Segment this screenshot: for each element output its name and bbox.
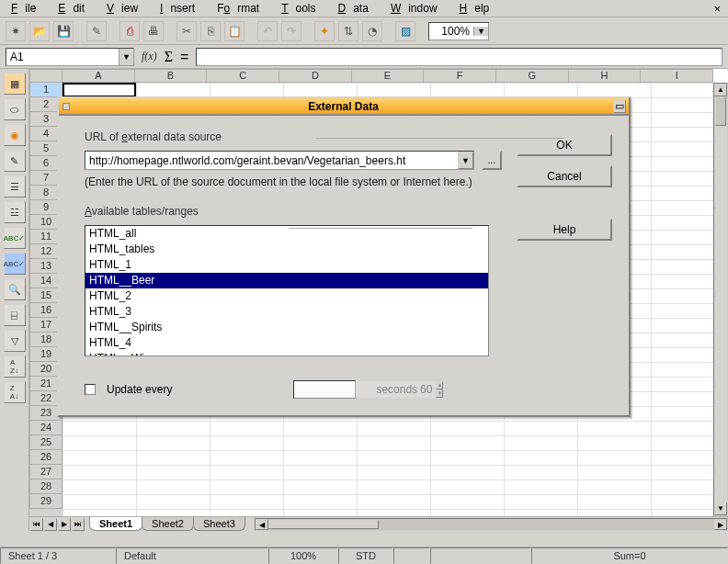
list-item[interactable]: HTML_2 [85, 288, 488, 304]
row-header-24[interactable]: 24 [29, 421, 63, 435]
list-item[interactable]: HTML__Wine [85, 351, 488, 356]
spellcheck-on-icon[interactable]: ABC✓ [4, 227, 26, 249]
menu-help[interactable]: Help [452, 0, 505, 17]
scroll-down-icon[interactable]: ▼ [714, 502, 727, 515]
minimize-icon[interactable]: ▭ [613, 100, 626, 113]
scroll-left-icon[interactable]: ◀ [256, 519, 268, 530]
sum-icon[interactable]: Σ [165, 49, 173, 65]
image-icon[interactable]: ▨ [395, 21, 415, 41]
url-dropdown-icon[interactable]: ▼ [458, 152, 473, 169]
list-item[interactable]: HTML_1 [85, 257, 488, 273]
url-input[interactable] [85, 152, 458, 169]
autofilter-icon[interactable]: ▽ [4, 330, 26, 352]
menu-insert[interactable]: Insert [153, 0, 210, 17]
col-header-D[interactable]: D [279, 69, 352, 83]
status-sum[interactable]: Sum=0 [531, 547, 728, 564]
zoom-combo[interactable]: 100%▼ [428, 22, 489, 40]
menu-data[interactable]: Data [331, 0, 383, 17]
list-item[interactable]: HTML__Spirits [85, 320, 488, 335]
tab-last-icon[interactable]: ⏭ [72, 518, 85, 531]
list-item[interactable]: HTML_3 [85, 304, 488, 320]
list-item[interactable]: HTML_tables [85, 242, 488, 257]
datasource-icon[interactable]: ⌸ [4, 304, 26, 326]
draw-icon[interactable]: ✎ [4, 150, 26, 172]
fx-icon[interactable]: f(x) [142, 50, 157, 63]
menu-view[interactable]: View [99, 0, 153, 17]
tab-prev-icon[interactable]: ◀ [44, 518, 57, 531]
tab-next-icon[interactable]: ▶ [58, 518, 71, 531]
row-header-25[interactable]: 25 [29, 435, 63, 450]
sort-icon[interactable]: ⇅ [338, 21, 358, 41]
form-icon[interactable]: ☰ [4, 175, 26, 197]
tab-sheet2[interactable]: Sheet2 [142, 517, 194, 531]
help-button[interactable]: Help [517, 219, 612, 241]
menu-edit[interactable]: Edit [51, 0, 99, 17]
row-header-28[interactable]: 28 [29, 479, 63, 494]
list-item[interactable]: HTML_4 [85, 335, 488, 351]
formula-input[interactable] [196, 48, 722, 66]
row-header-27[interactable]: 27 [29, 465, 63, 479]
update-interval-spinner[interactable]: ▲▼ [293, 380, 356, 399]
edit-file-icon[interactable]: ✎ [86, 21, 107, 41]
insert-object-icon[interactable]: ⬭ [4, 98, 26, 120]
navigator-icon[interactable]: ✦ [314, 21, 335, 41]
autoformat-icon[interactable]: ☳ [4, 201, 26, 223]
col-header-A[interactable]: A [63, 69, 135, 83]
undo-icon[interactable]: ↶ [257, 21, 278, 41]
tab-first-icon[interactable]: ⏮ [30, 518, 43, 531]
insert-cells-icon[interactable]: ▦ [4, 73, 26, 95]
dialog-titlebar[interactable]: External Data ▭ [59, 98, 629, 116]
sort-asc-icon[interactable]: AZ↓ [4, 355, 26, 378]
tab-sheet3[interactable]: Sheet3 [193, 517, 245, 531]
copy-icon[interactable]: ⎘ [200, 21, 221, 41]
window-close-icon[interactable]: × [706, 0, 724, 17]
vertical-scrollbar[interactable]: ▲ ▼ [713, 83, 728, 516]
scroll-up-icon[interactable]: ▲ [714, 84, 727, 96]
cut-icon[interactable]: ✂ [176, 21, 197, 41]
name-box[interactable]: A1▼ [6, 48, 134, 66]
tables-listbox[interactable]: HTML_allHTML_tablesHTML_1HTML__BeerHTML_… [85, 225, 489, 356]
scroll-right-icon[interactable]: ▶ [714, 519, 727, 530]
save-icon[interactable]: 💾 [53, 21, 74, 41]
horizontal-scrollbar[interactable]: ◀ ▶ [255, 518, 728, 531]
col-header-E[interactable]: E [352, 69, 425, 83]
col-header-I[interactable]: I [641, 69, 713, 83]
mode-icon[interactable]: ◉ [4, 124, 26, 146]
find-icon[interactable]: 🔍 [4, 278, 26, 300]
scroll-thumb[interactable] [715, 96, 726, 126]
list-item[interactable]: HTML__Beer [85, 273, 488, 288]
new-icon[interactable]: ✷ [6, 21, 26, 41]
col-header-H[interactable]: H [569, 69, 642, 83]
status-mode[interactable]: STD [338, 547, 393, 564]
col-header-B[interactable]: B [135, 69, 208, 83]
update-unit-label: seconds [376, 383, 417, 396]
col-header-F[interactable]: F [424, 69, 496, 83]
col-header-C[interactable]: C [207, 69, 279, 83]
titlebar-menu-icon[interactable] [63, 103, 70, 110]
open-icon[interactable]: 📂 [29, 21, 50, 41]
redo-icon[interactable]: ↷ [281, 21, 301, 41]
menu-window[interactable]: Window [383, 0, 452, 17]
equals-icon[interactable]: = [180, 49, 188, 65]
pdf-icon[interactable]: ⎙ [119, 21, 140, 41]
sort-desc-icon[interactable]: ZA↓ [4, 381, 26, 403]
col-header-G[interactable]: G [496, 69, 569, 83]
row-header-26[interactable]: 26 [29, 450, 63, 465]
paste-icon[interactable]: 📋 [224, 21, 245, 41]
menu-tools[interactable]: Tools [274, 0, 330, 17]
tab-sheet1[interactable]: Sheet1 [89, 517, 142, 531]
select-all-corner[interactable] [29, 69, 63, 83]
dialog-title: External Data [74, 100, 613, 113]
cancel-button[interactable]: Cancel [517, 165, 612, 187]
menu-file[interactable]: File [4, 0, 51, 17]
menu-bar: File Edit View Insert Format Tools Data … [0, 0, 728, 17]
browse-button[interactable]: ... [482, 151, 502, 170]
hscroll-thumb[interactable] [268, 520, 379, 529]
spellcheck-icon[interactable]: ABC✓ [4, 253, 26, 275]
chart-icon[interactable]: ◔ [362, 21, 382, 41]
row-header-1[interactable]: 1 [29, 83, 63, 97]
print-icon[interactable]: 🖶 [143, 21, 164, 41]
update-checkbox[interactable] [85, 384, 96, 395]
row-header-29[interactable]: 29 [29, 494, 63, 509]
menu-format[interactable]: Format [210, 0, 274, 17]
